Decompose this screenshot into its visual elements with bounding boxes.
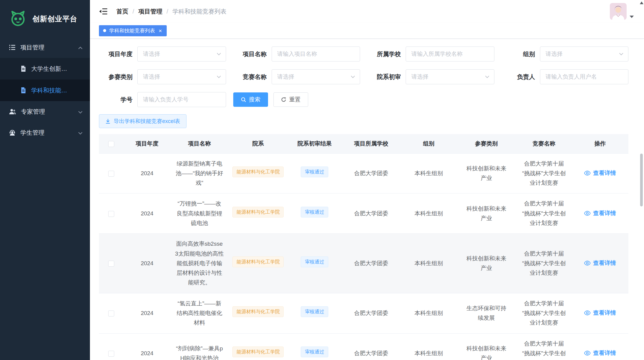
sidebar-item-label: 学生管理: [20, 129, 73, 137]
eye-icon: [584, 351, 591, 356]
breadcrumb: 首页 / 项目管理 / 学科和技能竞赛列表: [116, 8, 226, 16]
page-scrollbar: [639, 0, 644, 360]
dept-review-select[interactable]: [406, 69, 494, 84]
filter-label-competition-name: 竞赛名称: [233, 73, 272, 81]
group-select[interactable]: [540, 46, 629, 62]
search-icon: [241, 97, 246, 102]
filter-category: 参赛类别: [99, 69, 226, 84]
cell-competition: 合肥大学第十届“挑战杯”大学生创业计划竞赛: [516, 194, 572, 234]
filter-label-project-name: 项目名称: [233, 50, 272, 58]
select-all-checkbox[interactable]: [108, 141, 114, 147]
filter-label-school: 所属学校: [367, 50, 406, 58]
filter-label-project-year: 项目年度: [99, 50, 137, 58]
eye-icon: [584, 211, 591, 216]
school-input[interactable]: [406, 46, 494, 62]
tab-subject-skill-competition-list[interactable]: 学科和技能竞赛列表 ×: [99, 25, 167, 36]
sidebar-item-student-management[interactable]: 学生管理: [0, 122, 90, 143]
sidebar-item-label: 项目管理: [20, 44, 73, 52]
dept-tag: 能源材料与化工学院: [232, 207, 284, 218]
row-checkbox[interactable]: [108, 261, 114, 267]
chevron-down-icon: [78, 108, 83, 115]
scroll-up-arrow[interactable]: [640, 2, 643, 4]
leader-input[interactable]: [540, 69, 629, 84]
document-icon: [20, 87, 26, 94]
chevron-down-icon[interactable]: [630, 16, 634, 18]
filter-label-dept-review: 院系初审: [367, 73, 406, 81]
main-area: 首页 / 项目管理 / 学科和技能竞赛列表: [90, 0, 644, 360]
student-id-input[interactable]: [137, 92, 226, 107]
review-status-tag: 审核通过: [301, 346, 328, 357]
view-detail-link[interactable]: 查看详情: [584, 258, 616, 268]
breadcrumb-home[interactable]: 首页: [116, 8, 128, 16]
breadcrumb-project-management[interactable]: 项目管理: [139, 8, 162, 16]
export-excel-button[interactable]: 导出学科和技能竞赛excel表: [99, 114, 186, 128]
col-category: 参赛类别: [457, 134, 516, 153]
table-row: 2024 “氢云直上”——新结构高性能电催化材料 能源材料与化工学院 审核通过 …: [99, 293, 628, 333]
sidebar-item-label: 学科和技能…: [31, 86, 67, 94]
tab-label: 学科和技能竞赛列表: [109, 27, 155, 34]
row-checkbox[interactable]: [108, 310, 114, 316]
project-name-input[interactable]: [272, 46, 360, 62]
search-button[interactable]: 搜索: [233, 92, 268, 107]
filter-school: 所属学校: [367, 46, 494, 62]
col-project-name: 项目名称: [171, 134, 228, 153]
scrollbar-thumb[interactable]: [640, 154, 643, 206]
cell-year: 2024: [124, 333, 171, 360]
review-status-tag: 审核通过: [301, 166, 328, 177]
cell-category: 科技创新和未来产业: [457, 194, 516, 234]
view-detail-link[interactable]: 查看详情: [584, 208, 616, 218]
filter-actions: 搜索 重置: [233, 92, 629, 107]
filter-student-id: 学号: [99, 92, 226, 107]
sidebar-item-expert-management[interactable]: 专家管理: [0, 101, 90, 122]
col-year: 项目年度: [124, 134, 171, 153]
top-bar: 首页 / 项目管理 / 学科和技能竞赛列表: [90, 0, 644, 23]
download-icon: [105, 118, 111, 124]
table-row: 2024 “万锂挑一”——改良型高续航新型锂硫电池 能源材料与化工学院 审核通过…: [99, 194, 628, 234]
table-row: 2024 绿源新型钠离子电池——“我的钠手好戏” 能源材料与化工学院 审核通过 …: [99, 153, 628, 194]
app-root: 创新创业平台 项目管理: [0, 0, 644, 360]
category-select[interactable]: [137, 69, 226, 84]
sidebar-item-label: 专家管理: [21, 108, 73, 116]
cell-school: 合肥大学团委: [341, 194, 401, 234]
row-checkbox[interactable]: [108, 171, 114, 177]
logo-icon: [9, 9, 27, 28]
user-menu[interactable]: [610, 3, 634, 20]
cell-group: 本科生组别: [401, 153, 457, 194]
dept-tag: 能源材料与化工学院: [232, 306, 284, 317]
tab-close-icon[interactable]: ×: [158, 28, 162, 34]
cell-competition: 合肥大学第十届“挑战杯”大学生创业计划竞赛: [516, 153, 572, 194]
avatar[interactable]: [610, 3, 627, 20]
cell-project-name: 绿源新型钠离子电池——“我的钠手好戏”: [171, 153, 228, 194]
cell-category: 科技创新和未来产业: [457, 333, 516, 360]
view-detail-link[interactable]: 查看详情: [584, 348, 616, 358]
cell-project-name: 面向高效率sb2sse3太阳能电池的高性能低损耗电子传输层材料的设计与性能研究。: [171, 234, 228, 293]
row-checkbox[interactable]: [108, 211, 114, 217]
chevron-up-icon: [78, 44, 83, 51]
filter-label-leader: 负责人: [502, 73, 540, 81]
row-checkbox[interactable]: [108, 351, 114, 357]
cell-competition: 合肥大学第十届“挑战杯”大学生创业计划竞赛: [516, 293, 572, 333]
sidebar-fold-icon[interactable]: [99, 8, 108, 15]
cell-year: 2024: [124, 234, 171, 293]
document-icon: [20, 65, 26, 72]
cell-competition: 合肥大学第十届“挑战杯”大学生创业计划竞赛: [516, 234, 572, 293]
sidebar-item-subject-skill-competition[interactable]: 学科和技能…: [0, 80, 90, 101]
competition-select[interactable]: [272, 69, 360, 84]
breadcrumb-separator: /: [133, 8, 134, 15]
col-competition: 竞赛名称: [516, 134, 572, 153]
project-submenu: 大学生创新… 学科和技能…: [0, 58, 90, 101]
view-detail-link[interactable]: 查看详情: [584, 308, 616, 318]
view-detail-link[interactable]: 查看详情: [584, 168, 616, 178]
table-row: 2024 “剂到病除”—兼具pH响应和光热治 能源材料与化工学院 审核通过 合肥…: [99, 333, 628, 360]
reset-button[interactable]: 重置: [273, 92, 308, 107]
sidebar-item-student-innovation[interactable]: 大学生创新…: [0, 58, 90, 80]
filter-group: 组别: [502, 46, 629, 62]
col-group: 组别: [401, 134, 457, 153]
cell-group: 本科生组别: [401, 293, 457, 333]
student-icon: [9, 129, 16, 136]
sidebar-item-project-management[interactable]: 项目管理: [0, 37, 90, 58]
breadcrumb-separator: /: [167, 8, 168, 15]
project-year-select[interactable]: [137, 46, 226, 62]
eye-icon: [584, 171, 591, 176]
filter-project-name: 项目名称: [233, 46, 360, 62]
